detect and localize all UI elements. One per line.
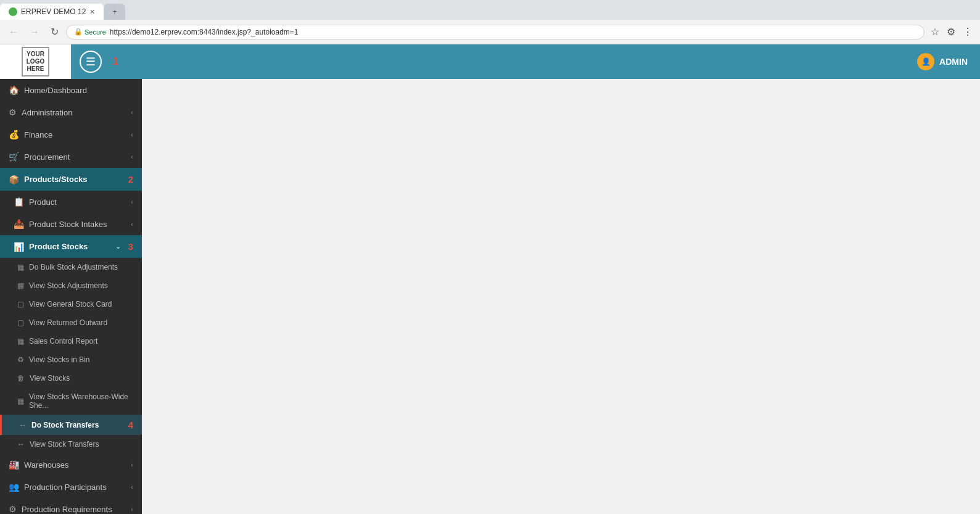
back-button[interactable]: ← — [5, 24, 22, 40]
sales-control-icon: ▦ — [17, 337, 24, 346]
browser-tabs: ERPREV DEMO 12 ✕ + — [0, 0, 980, 20]
stocks-warehouse-icon: ▦ — [17, 397, 24, 405]
sidebar-item-finance[interactable]: 💰 Finance ‹ — [0, 123, 142, 146]
sidebar-subitem-view-stock-adj-label: View Stock Adjustments — [29, 281, 108, 290]
logo-area: YOUR LOGO HERE — [0, 44, 71, 79]
annotation-4: 4 — [128, 420, 133, 430]
forward-button[interactable]: → — [26, 24, 43, 40]
sidebar-subitem-do-stock-transfers-label: Do Stock Transfers — [31, 421, 121, 429]
sidebar-subitem-view-returned-outward[interactable]: ▢ View Returned Outward — [0, 313, 142, 332]
general-stock-card-icon: ▢ — [17, 300, 24, 309]
admin-avatar: 👤 — [917, 53, 934, 70]
sidebar-subitem-view-stock-transfers-label: View Stock Transfers — [30, 440, 99, 449]
chevron-right-icon: ‹ — [131, 483, 133, 491]
sidebar-subitem-view-stocks-in-bin[interactable]: ♻ View Stocks in Bin — [0, 350, 142, 369]
sidebar-subitem-do-stock-transfers[interactable]: ↔ Do Stock Transfers 4 — [0, 415, 142, 435]
view-stock-transfers-icon: ↔ — [17, 440, 25, 449]
chevron-right-icon: ‹ — [131, 109, 133, 116]
tab-label: ERPREV DEMO 12 — [21, 7, 86, 16]
annotation-3: 3 — [128, 241, 133, 252]
reload-button[interactable]: ↻ — [47, 23, 62, 40]
app-body: 🏠 Home/Dashboard ⚙ Administration ‹ 💰 Fi… — [0, 79, 980, 514]
chevron-right-icon: ‹ — [131, 153, 133, 160]
production-requirements-icon: ⚙ — [9, 504, 17, 514]
chevron-right-icon: ‹ — [131, 220, 133, 228]
chevron-right-icon: ‹ — [131, 131, 133, 138]
sidebar-item-products-stocks[interactable]: 📦 Products/Stocks 2 — [0, 168, 142, 191]
sidebar-subitem-stocks-in-bin-label: View Stocks in Bin — [29, 355, 90, 364]
sidebar-subitem-view-stocks-label: View Stocks — [30, 374, 70, 383]
sidebar-subitem-general-stock-card-label: View General Stock Card — [29, 300, 112, 309]
browser-toolbar: ← → ↻ 🔒 Secure https://demo12.erprev.com… — [0, 20, 980, 44]
secure-indicator: 🔒 Secure — [74, 28, 106, 36]
sidebar-item-product-stock-intakes[interactable]: 📥 Product Stock Intakes ‹ — [0, 213, 142, 235]
sidebar-subitem-view-stocks-warehouse[interactable]: ▦ View Stocks Warehouse-Wide She... — [0, 388, 142, 415]
chevron-right-icon: ‹ — [131, 461, 133, 468]
menu-icon[interactable]: ⋮ — [960, 23, 975, 40]
products-stocks-icon: 📦 — [9, 175, 19, 184]
sidebar-item-product-stock-intakes-label: Product Stock Intakes — [29, 220, 126, 229]
returned-outward-icon: ▢ — [17, 318, 24, 327]
tab-favicon — [9, 7, 17, 16]
sidebar-item-home-label: Home/Dashboard — [24, 86, 133, 95]
admin-label: ADMIN — [939, 57, 968, 67]
lock-icon: 🔒 — [74, 28, 83, 36]
sidebar-item-product[interactable]: 📋 Product ‹ — [0, 191, 142, 213]
sidebar-subitem-view-stock-adjustments[interactable]: ▦ View Stock Adjustments — [0, 276, 142, 295]
sidebar-subitem-bulk-stock-label: Do Bulk Stock Adjustments — [29, 263, 118, 272]
toolbar-right: ☆ ⚙ ⋮ — [928, 23, 975, 40]
sidebar-subitem-sales-control-report[interactable]: ▦ Sales Control Report — [0, 332, 142, 350]
sidebar-subitem-view-general-stock-card[interactable]: ▢ View General Stock Card — [0, 295, 142, 313]
sidebar-item-finance-label: Finance — [24, 130, 126, 139]
chevron-right-icon: ‹ — [131, 198, 133, 205]
product-icon: 📋 — [14, 197, 24, 207]
tab-close-button[interactable]: ✕ — [89, 8, 95, 16]
sidebar-subitem-bulk-stock-adjustments[interactable]: ▦ Do Bulk Stock Adjustments — [0, 258, 142, 276]
logo-text: YOUR LOGO HERE — [22, 47, 49, 77]
sidebar-item-warehouses[interactable]: 🏭 Warehouses ‹ — [0, 454, 142, 476]
sidebar-item-production-requirements-label: Production Requirements — [22, 505, 126, 514]
sidebar-subitem-view-stocks[interactable]: 🗑 View Stocks — [0, 369, 142, 388]
hamburger-button[interactable]: ☰ — [71, 46, 110, 78]
sidebar-subitem-view-stock-transfers[interactable]: ↔ View Stock Transfers — [0, 435, 142, 454]
sidebar: 🏠 Home/Dashboard ⚙ Administration ‹ 💰 Fi… — [0, 79, 142, 514]
stocks-in-bin-icon: ♻ — [17, 355, 24, 364]
address-bar[interactable]: 🔒 Secure https://demo12.erprev.com:8443/… — [66, 25, 924, 39]
sidebar-item-production-requirements[interactable]: ⚙ Production Requirements ‹ — [0, 498, 142, 514]
header-right: 👤 ADMIN — [917, 53, 980, 70]
sidebar-item-administration[interactable]: ⚙ Administration ‹ — [0, 101, 142, 123]
sidebar-item-product-stocks[interactable]: 📊 Product Stocks ⌄ 3 — [0, 235, 142, 258]
production-participants-icon: 👥 — [9, 482, 19, 492]
product-stocks-icon: 📊 — [14, 242, 24, 252]
sidebar-item-procurement-label: Procurement — [24, 152, 126, 162]
sidebar-item-production-participants[interactable]: 👥 Production Participants ‹ — [0, 476, 142, 498]
annotation-1: 1 — [113, 56, 118, 67]
sidebar-item-procurement[interactable]: 🛒 Procurement ‹ — [0, 146, 142, 168]
extensions-icon[interactable]: ⚙ — [944, 23, 958, 40]
bookmarks-icon[interactable]: ☆ — [928, 23, 942, 40]
new-tab-button[interactable]: + — [104, 4, 125, 20]
active-tab[interactable]: ERPREV DEMO 12 ✕ — [0, 4, 104, 20]
hamburger-icon: ☰ — [86, 55, 96, 68]
sidebar-item-administration-label: Administration — [22, 108, 126, 117]
main-content — [142, 79, 980, 514]
annotation-2: 2 — [128, 174, 133, 184]
sidebar-subitem-returned-outward-label: View Returned Outward — [29, 318, 107, 327]
home-icon: 🏠 — [9, 85, 19, 95]
sidebar-item-product-label: Product — [29, 197, 126, 207]
finance-icon: 💰 — [9, 130, 19, 139]
product-stock-intakes-icon: 📥 — [14, 219, 24, 229]
view-stocks-icon: 🗑 — [17, 374, 25, 383]
sidebar-item-home[interactable]: 🏠 Home/Dashboard — [0, 79, 142, 101]
sidebar-item-warehouses-label: Warehouses — [24, 460, 126, 470]
warehouses-icon: 🏭 — [9, 460, 19, 470]
url-text: https://demo12.erprev.com:8443/index.jsp… — [110, 28, 916, 36]
sidebar-subitem-stocks-warehouse-label: View Stocks Warehouse-Wide She... — [29, 392, 133, 410]
chevron-down-icon: ⌄ — [115, 242, 121, 251]
sidebar-item-production-participants-label: Production Participants — [24, 483, 126, 492]
do-stock-transfers-icon: ↔ — [19, 421, 27, 429]
sidebar-subitem-sales-control-label: Sales Control Report — [29, 337, 97, 346]
app-header: YOUR LOGO HERE ☰ 1 👤 ADMIN — [0, 44, 980, 79]
procurement-icon: 🛒 — [9, 152, 19, 162]
hamburger-circle: ☰ — [80, 51, 102, 73]
